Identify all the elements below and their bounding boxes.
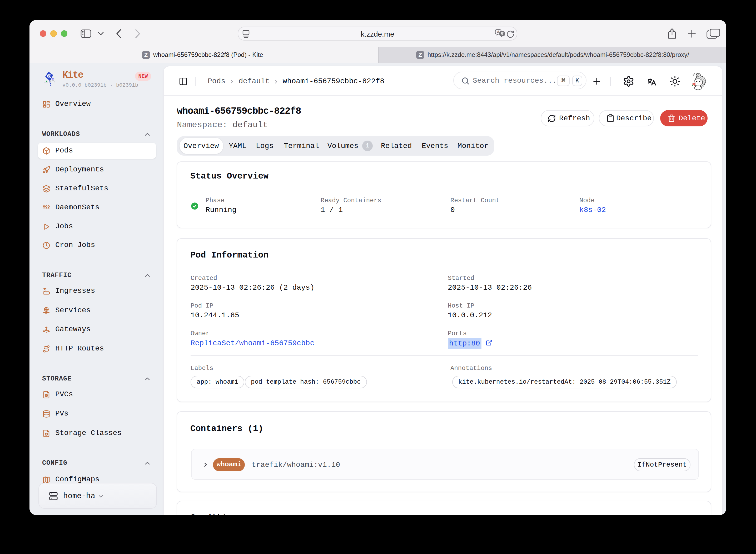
- svg-text:A: A: [497, 30, 500, 34]
